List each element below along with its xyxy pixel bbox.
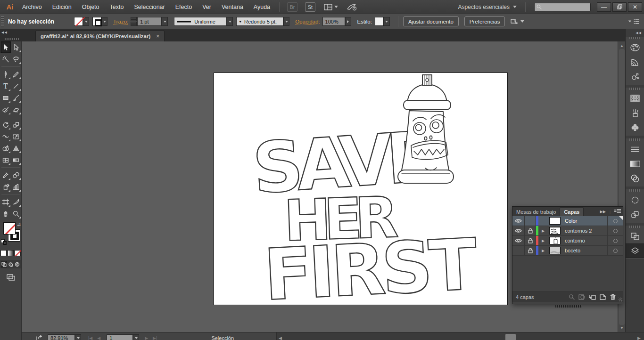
layer-name[interactable]: Color (562, 216, 608, 226)
color-mode-button[interactable] (0, 250, 7, 256)
menu-ayuda[interactable]: Ayuda (248, 0, 275, 14)
panel-menu-icon[interactable] (614, 209, 621, 214)
artboard[interactable]: SAVE HER FIRST (214, 73, 508, 305)
pencil-tool[interactable] (11, 68, 21, 80)
panel-collapse-icon[interactable]: ▶▶ (600, 210, 606, 214)
symbols-panel-button[interactable] (626, 120, 644, 135)
panel-resize-grip[interactable] (619, 298, 622, 301)
dock-group-grip[interactable] (629, 138, 640, 141)
visibility-toggle[interactable] (512, 226, 525, 235)
width-profile-dropdown[interactable] (227, 17, 233, 26)
column-graph-tool[interactable] (11, 181, 21, 193)
free-transform-tool[interactable] (11, 130, 21, 142)
workspace-switcher[interactable]: Aspectos esenciales (458, 4, 517, 10)
tab-close-icon[interactable]: × (156, 33, 159, 40)
layer-name[interactable]: boceto (562, 246, 608, 255)
scroll-up-icon[interactable]: ▲ (618, 42, 626, 49)
scale-tool[interactable] (11, 119, 21, 130)
artboard-nav-field[interactable]: 1 (107, 334, 133, 340)
screen-mode-button[interactable] (0, 274, 21, 281)
clipping-mask-button[interactable] (577, 293, 587, 301)
draw-inside-button[interactable] (14, 261, 20, 267)
brush-definition-select[interactable]: ● Redondo 5 pt. (236, 17, 283, 26)
lock-toggle[interactable] (525, 246, 536, 255)
tools-collapse-button[interactable]: ◀◀ (1, 31, 8, 34)
eyedropper-tool[interactable] (0, 169, 11, 181)
step-up[interactable] (131, 17, 137, 21)
last-artboard-icon[interactable]: ▶| (153, 336, 157, 340)
shape-builder-tool[interactable] (0, 142, 11, 154)
swap-fill-stroke-icon[interactable]: ⇄ (17, 222, 21, 227)
menu-efecto[interactable]: Efecto (170, 0, 197, 14)
first-artboard-icon[interactable]: |◀ (88, 336, 92, 340)
restore-button[interactable] (612, 2, 627, 12)
dock-group-grip[interactable] (629, 37, 640, 39)
fill-indicator[interactable] (3, 222, 16, 235)
zoom-tool[interactable] (11, 208, 21, 219)
isolate-selected-button[interactable] (511, 18, 524, 25)
tab-mesas-de-trabajo[interactable]: Mesas de trabajo (512, 208, 560, 216)
width-tool[interactable] (0, 130, 11, 142)
target-indicator[interactable] (608, 236, 623, 245)
arrange-documents-button[interactable] (324, 4, 338, 10)
menu-ver[interactable]: Ver (197, 0, 216, 14)
layer-row-contornos-2[interactable]: ▶ contornos 2 (512, 226, 623, 236)
stroke-color-swatch[interactable] (92, 17, 101, 26)
stroke-width-stepper[interactable] (131, 17, 137, 26)
scroll-right-icon[interactable]: ▶ (637, 336, 641, 340)
tools-panel-grip[interactable] (5, 38, 19, 40)
style-dropdown[interactable] (384, 17, 390, 26)
magic-wand-tool[interactable] (0, 53, 11, 65)
layer-thumbnail[interactable] (548, 216, 562, 226)
stroke-width-field[interactable]: 1 pt (137, 17, 162, 26)
width-profile-select[interactable]: Uniforme (174, 17, 227, 26)
document-tab[interactable]: graffiti2.ai* al 82,91% (CMYK/Previsuali… (35, 30, 165, 41)
opacity-panel-link[interactable]: Opacidad: (295, 19, 320, 24)
dock-expand-button[interactable]: ◀◀ (626, 29, 644, 36)
opacity-field[interactable]: 100% (322, 17, 345, 26)
rectangle-tool[interactable] (0, 92, 11, 104)
horizontal-scroll-thumb[interactable] (505, 334, 516, 340)
new-layer-button[interactable] (597, 293, 608, 301)
gradient-mode-button[interactable] (8, 250, 14, 256)
lasso-tool[interactable] (11, 53, 21, 65)
graphic-styles-panel-button[interactable] (626, 207, 644, 222)
fit-document-button[interactable]: Ajustar documento (403, 16, 459, 26)
dock-group-grip[interactable] (629, 226, 640, 228)
prev-artboard-icon[interactable]: ◀ (97, 336, 100, 340)
zoom-level-field[interactable]: 82,91% (48, 334, 75, 340)
visibility-toggle[interactable] (512, 236, 525, 245)
stroke-panel-link[interactable]: Trazo: (113, 19, 128, 24)
menu-seleccionar[interactable]: Seleccionar (129, 0, 170, 14)
selection-tool[interactable] (0, 41, 11, 53)
blob-brush-tool[interactable] (0, 104, 11, 115)
fill-color-swatch[interactable] (74, 17, 83, 26)
new-sublayer-button[interactable] (587, 293, 597, 301)
target-indicator[interactable] (608, 226, 623, 235)
pen-tool[interactable] (0, 68, 11, 80)
expand-arrow-icon[interactable]: ▶ (538, 236, 548, 245)
layer-thumbnail[interactable] (548, 246, 562, 255)
cs-live-button[interactable] (347, 3, 357, 11)
kuler-panel-button[interactable] (626, 69, 644, 84)
stroke-panel-button[interactable] (626, 142, 644, 156)
menu-objeto[interactable]: Objeto (77, 0, 105, 14)
brushes-panel-button[interactable] (626, 105, 644, 120)
menu-edicion[interactable]: Edición (47, 0, 77, 14)
style-swatch[interactable] (375, 17, 384, 26)
menu-texto[interactable]: Texto (105, 0, 129, 14)
draw-normal-button[interactable] (1, 261, 7, 267)
layer-row-color[interactable]: Color (512, 216, 623, 226)
locate-object-button[interactable] (566, 293, 577, 301)
layer-thumbnail[interactable] (548, 226, 562, 235)
slice-tool[interactable] (11, 196, 21, 208)
layer-row-contorno[interactable]: ▶ contorno (512, 236, 623, 246)
lock-toggle[interactable] (525, 226, 536, 235)
stock-button[interactable]: St (305, 2, 315, 12)
stroke-width-dropdown[interactable] (162, 17, 168, 26)
panel-grip[interactable] (1, 16, 4, 27)
gradient-panel-button[interactable] (626, 156, 644, 171)
paintbrush-tool[interactable] (11, 92, 21, 104)
opacity-expand[interactable] (345, 17, 351, 26)
tab-capas[interactable]: Capas (560, 207, 584, 216)
